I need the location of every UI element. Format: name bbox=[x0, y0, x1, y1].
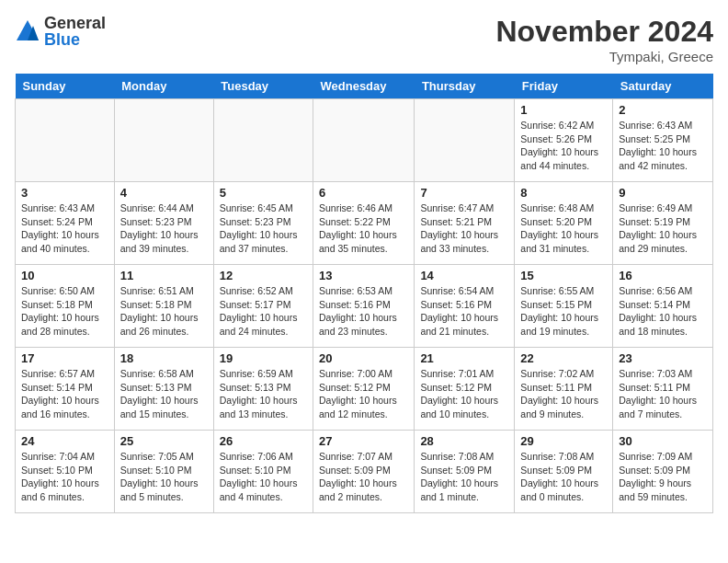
calendar-table: SundayMondayTuesdayWednesdayThursdayFrid… bbox=[15, 74, 713, 513]
day-info: Sunrise: 6:42 AMSunset: 5:26 PMDaylight:… bbox=[520, 119, 607, 173]
day-info: Sunrise: 7:06 AMSunset: 5:10 PMDaylight:… bbox=[220, 450, 307, 504]
calendar-week-3: 10Sunrise: 6:50 AMSunset: 5:18 PMDayligh… bbox=[16, 265, 713, 348]
calendar-cell: 28Sunrise: 7:08 AMSunset: 5:09 PMDayligh… bbox=[415, 431, 515, 513]
day-number: 25 bbox=[120, 434, 208, 448]
day-info: Sunrise: 6:48 AMSunset: 5:20 PMDaylight:… bbox=[520, 201, 607, 256]
day-number: 7 bbox=[420, 186, 508, 200]
day-info: Sunrise: 6:56 AMSunset: 5:14 PMDaylight:… bbox=[619, 284, 707, 339]
day-info: Sunrise: 6:54 AMSunset: 5:16 PMDaylight:… bbox=[420, 284, 508, 339]
day-info: Sunrise: 7:09 AMSunset: 5:09 PMDaylight:… bbox=[619, 450, 707, 504]
calendar-header-row: SundayMondayTuesdayWednesdayThursdayFrid… bbox=[16, 74, 713, 99]
day-number: 30 bbox=[619, 434, 707, 448]
calendar-cell: 5Sunrise: 6:45 AMSunset: 5:23 PMDaylight… bbox=[213, 182, 313, 265]
col-header-sunday: Sunday bbox=[16, 74, 115, 99]
day-number: 6 bbox=[319, 186, 408, 200]
calendar-cell bbox=[213, 99, 313, 182]
day-info: Sunrise: 6:47 AMSunset: 5:21 PMDaylight:… bbox=[420, 201, 508, 256]
day-number: 22 bbox=[520, 351, 607, 365]
logo-blue: Blue bbox=[44, 31, 106, 48]
calendar-cell: 18Sunrise: 6:58 AMSunset: 5:13 PMDayligh… bbox=[114, 348, 213, 431]
day-number: 15 bbox=[520, 269, 607, 282]
month-year: November 2024 bbox=[495, 15, 713, 49]
day-info: Sunrise: 6:49 AMSunset: 5:19 PMDaylight:… bbox=[619, 201, 707, 256]
day-number: 10 bbox=[21, 269, 108, 282]
calendar-cell: 23Sunrise: 7:03 AMSunset: 5:11 PMDayligh… bbox=[613, 348, 713, 431]
calendar-cell: 26Sunrise: 7:06 AMSunset: 5:10 PMDayligh… bbox=[213, 431, 313, 513]
day-info: Sunrise: 7:04 AMSunset: 5:10 PMDaylight:… bbox=[21, 450, 108, 504]
day-info: Sunrise: 6:46 AMSunset: 5:22 PMDaylight:… bbox=[319, 201, 408, 256]
day-number: 4 bbox=[120, 186, 208, 200]
day-number: 26 bbox=[220, 434, 307, 448]
calendar-week-4: 17Sunrise: 6:57 AMSunset: 5:14 PMDayligh… bbox=[16, 348, 713, 431]
calendar-cell: 30Sunrise: 7:09 AMSunset: 5:09 PMDayligh… bbox=[613, 431, 713, 513]
day-number: 20 bbox=[319, 351, 408, 365]
calendar-cell: 11Sunrise: 6:51 AMSunset: 5:18 PMDayligh… bbox=[114, 265, 213, 348]
calendar-cell: 17Sunrise: 6:57 AMSunset: 5:14 PMDayligh… bbox=[16, 348, 115, 431]
day-number: 24 bbox=[21, 434, 108, 448]
day-number: 17 bbox=[21, 351, 108, 365]
calendar-cell bbox=[114, 99, 213, 182]
calendar-cell: 15Sunrise: 6:55 AMSunset: 5:15 PMDayligh… bbox=[515, 265, 613, 348]
calendar-cell: 21Sunrise: 7:01 AMSunset: 5:12 PMDayligh… bbox=[415, 348, 515, 431]
col-header-saturday: Saturday bbox=[613, 74, 713, 99]
day-info: Sunrise: 6:57 AMSunset: 5:14 PMDaylight:… bbox=[21, 367, 108, 421]
col-header-monday: Monday bbox=[114, 74, 213, 99]
calendar-cell: 9Sunrise: 6:49 AMSunset: 5:19 PMDaylight… bbox=[613, 182, 713, 265]
calendar-cell: 27Sunrise: 7:07 AMSunset: 5:09 PMDayligh… bbox=[313, 431, 415, 513]
day-info: Sunrise: 6:43 AMSunset: 5:25 PMDaylight:… bbox=[619, 119, 707, 173]
day-number: 13 bbox=[319, 269, 408, 282]
col-header-wednesday: Wednesday bbox=[313, 74, 415, 99]
day-number: 14 bbox=[420, 269, 508, 282]
calendar-cell: 7Sunrise: 6:47 AMSunset: 5:21 PMDaylight… bbox=[415, 182, 515, 265]
day-number: 1 bbox=[520, 103, 607, 117]
location: Tympaki, Greece bbox=[495, 49, 713, 64]
day-number: 3 bbox=[21, 186, 108, 200]
title-block: November 2024 Tympaki, Greece bbox=[495, 15, 713, 64]
page-header: General Blue November 2024 Tympaki, Gree… bbox=[15, 15, 713, 64]
logo-general: General bbox=[44, 15, 106, 31]
calendar-cell bbox=[16, 99, 115, 182]
day-number: 8 bbox=[520, 186, 607, 200]
day-info: Sunrise: 6:43 AMSunset: 5:24 PMDaylight:… bbox=[21, 201, 108, 256]
day-info: Sunrise: 6:50 AMSunset: 5:18 PMDaylight:… bbox=[21, 284, 108, 339]
day-info: Sunrise: 7:05 AMSunset: 5:10 PMDaylight:… bbox=[120, 450, 208, 504]
calendar-cell: 24Sunrise: 7:04 AMSunset: 5:10 PMDayligh… bbox=[16, 431, 115, 513]
logo-icon bbox=[15, 18, 40, 44]
day-info: Sunrise: 6:51 AMSunset: 5:18 PMDaylight:… bbox=[120, 284, 208, 339]
day-info: Sunrise: 7:01 AMSunset: 5:12 PMDaylight:… bbox=[420, 367, 508, 421]
day-number: 27 bbox=[319, 434, 408, 448]
day-number: 29 bbox=[520, 434, 607, 448]
day-number: 28 bbox=[420, 434, 508, 448]
calendar-cell: 12Sunrise: 6:52 AMSunset: 5:17 PMDayligh… bbox=[213, 265, 313, 348]
calendar-week-1: 1Sunrise: 6:42 AMSunset: 5:26 PMDaylight… bbox=[16, 99, 713, 182]
day-number: 19 bbox=[220, 351, 307, 365]
calendar-cell: 8Sunrise: 6:48 AMSunset: 5:20 PMDaylight… bbox=[515, 182, 613, 265]
day-number: 2 bbox=[619, 103, 707, 117]
logo-text: General Blue bbox=[44, 15, 106, 48]
calendar-cell: 16Sunrise: 6:56 AMSunset: 5:14 PMDayligh… bbox=[613, 265, 713, 348]
calendar-cell: 25Sunrise: 7:05 AMSunset: 5:10 PMDayligh… bbox=[114, 431, 213, 513]
calendar-cell bbox=[415, 99, 515, 182]
day-info: Sunrise: 7:00 AMSunset: 5:12 PMDaylight:… bbox=[319, 367, 408, 421]
day-info: Sunrise: 6:52 AMSunset: 5:17 PMDaylight:… bbox=[220, 284, 307, 339]
calendar-cell: 6Sunrise: 6:46 AMSunset: 5:22 PMDaylight… bbox=[313, 182, 415, 265]
day-number: 12 bbox=[220, 269, 307, 282]
col-header-tuesday: Tuesday bbox=[213, 74, 313, 99]
calendar-cell: 3Sunrise: 6:43 AMSunset: 5:24 PMDaylight… bbox=[16, 182, 115, 265]
calendar-week-5: 24Sunrise: 7:04 AMSunset: 5:10 PMDayligh… bbox=[16, 431, 713, 513]
day-number: 9 bbox=[619, 186, 707, 200]
day-info: Sunrise: 6:53 AMSunset: 5:16 PMDaylight:… bbox=[319, 284, 408, 339]
day-number: 5 bbox=[220, 186, 307, 200]
calendar-cell: 19Sunrise: 6:59 AMSunset: 5:13 PMDayligh… bbox=[213, 348, 313, 431]
calendar-cell: 14Sunrise: 6:54 AMSunset: 5:16 PMDayligh… bbox=[415, 265, 515, 348]
calendar-week-2: 3Sunrise: 6:43 AMSunset: 5:24 PMDaylight… bbox=[16, 182, 713, 265]
day-number: 21 bbox=[420, 351, 508, 365]
day-info: Sunrise: 6:58 AMSunset: 5:13 PMDaylight:… bbox=[120, 367, 208, 421]
calendar-cell bbox=[313, 99, 415, 182]
calendar-cell: 1Sunrise: 6:42 AMSunset: 5:26 PMDaylight… bbox=[515, 99, 613, 182]
calendar-cell: 29Sunrise: 7:08 AMSunset: 5:09 PMDayligh… bbox=[515, 431, 613, 513]
day-info: Sunrise: 7:08 AMSunset: 5:09 PMDaylight:… bbox=[420, 450, 508, 504]
day-info: Sunrise: 6:45 AMSunset: 5:23 PMDaylight:… bbox=[220, 201, 307, 256]
col-header-friday: Friday bbox=[515, 74, 613, 99]
day-info: Sunrise: 6:44 AMSunset: 5:23 PMDaylight:… bbox=[120, 201, 208, 256]
